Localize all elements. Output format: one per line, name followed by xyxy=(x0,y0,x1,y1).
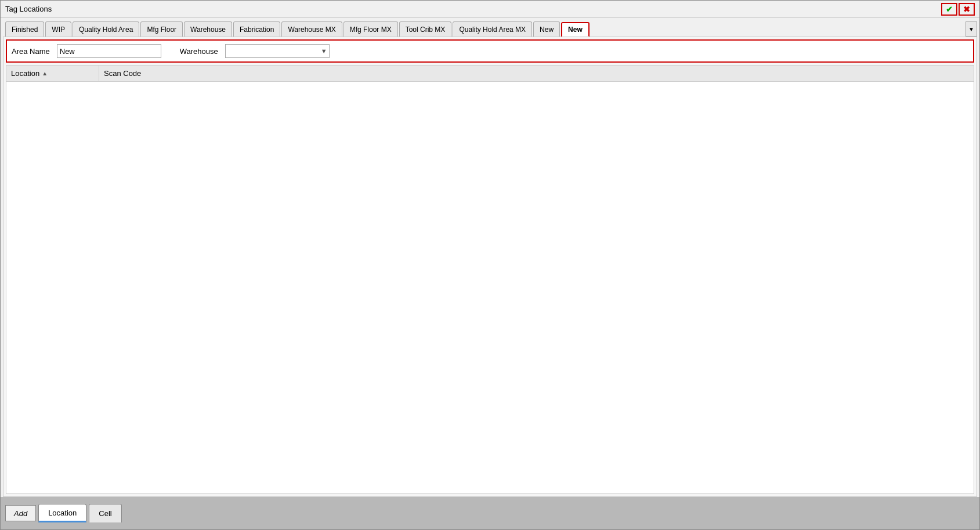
save-button[interactable]: ✔ xyxy=(941,3,957,16)
tab-location[interactable]: Location xyxy=(38,504,86,522)
tab-wip[interactable]: WIP xyxy=(45,21,71,37)
warehouse-select[interactable] xyxy=(225,44,330,58)
tab-finished[interactable]: Finished xyxy=(5,21,44,37)
grid-header: Location ▲ Scan Code xyxy=(6,66,974,82)
content-area: Area Name Warehouse ▼ Location ▲ Scan Co… xyxy=(3,37,977,497)
tab-dropdown-button[interactable]: ▼ xyxy=(965,21,977,37)
tab-fabrication[interactable]: Fabrication xyxy=(233,21,280,37)
tab-mfg-floor[interactable]: Mfg Floor xyxy=(140,21,183,37)
window-title: Tag Locations xyxy=(5,5,52,13)
area-name-input[interactable] xyxy=(57,44,161,58)
grid-area: Location ▲ Scan Code xyxy=(6,65,974,494)
bottom-bar: Add Location Cell xyxy=(1,497,979,529)
tab-new-2-active[interactable]: New xyxy=(561,22,590,37)
add-button[interactable]: Add xyxy=(5,505,36,521)
close-button[interactable]: ✖ xyxy=(959,3,975,16)
tab-quality-hold-area-mx[interactable]: Quality Hold Area MX xyxy=(453,21,532,37)
column-header-scancode[interactable]: Scan Code xyxy=(99,66,146,81)
warehouse-label: Warehouse xyxy=(180,47,218,56)
grid-body xyxy=(6,82,974,493)
tab-tool-crib-mx[interactable]: Tool Crib MX xyxy=(399,21,452,37)
tab-warehouse[interactable]: Warehouse xyxy=(184,21,232,37)
tab-mfg-floor-mx[interactable]: Mfg Floor MX xyxy=(343,21,398,37)
tab-warehouse-mx[interactable]: Warehouse MX xyxy=(281,21,342,37)
form-bar: Area Name Warehouse ▼ xyxy=(6,39,974,63)
tab-cell[interactable]: Cell xyxy=(89,504,121,522)
title-bar-right: ✔ ✖ xyxy=(941,3,975,16)
column-header-location[interactable]: Location ▲ xyxy=(6,66,99,81)
area-name-label: Area Name xyxy=(12,47,50,56)
tab-bar: Finished WIP Quality Hold Area Mfg Floor… xyxy=(1,18,979,37)
tab-new-1[interactable]: New xyxy=(533,21,560,37)
main-window: Tag Locations ✔ ✖ Finished WIP Quality H… xyxy=(0,0,980,530)
sort-icon-location: ▲ xyxy=(42,70,48,77)
title-bar: Tag Locations ✔ ✖ xyxy=(1,1,979,18)
title-bar-left: Tag Locations xyxy=(5,5,52,13)
tab-quality-hold-area[interactable]: Quality Hold Area xyxy=(73,21,139,37)
warehouse-select-wrapper: ▼ xyxy=(225,44,330,58)
